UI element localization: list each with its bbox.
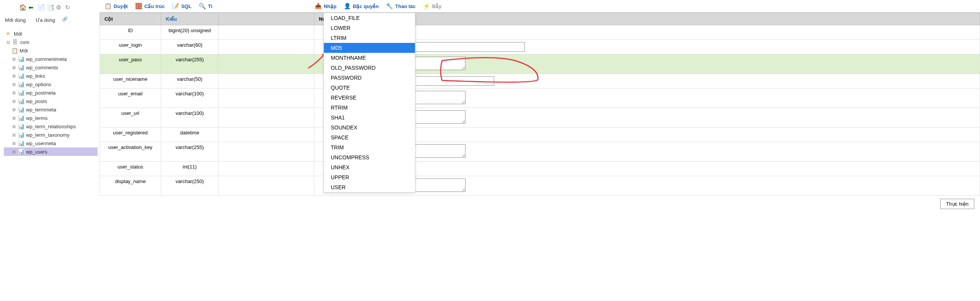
- table-row: user_email varchar(100) thietkewebcvm@gm…: [100, 88, 980, 108]
- dropdown-item-LOWER[interactable]: LOWER: [324, 23, 415, 33]
- table-icon: 📊: [18, 132, 24, 138]
- expand-icon[interactable]: ⊞: [11, 57, 16, 62]
- tab-privileges[interactable]: 👤Đặc quyền: [341, 1, 382, 11]
- dropdown-item-LTRIM[interactable]: LTRIM: [324, 33, 415, 43]
- tab-search[interactable]: 🔍Tì: [196, 1, 216, 11]
- dropdown-item-USER[interactable]: USER: [324, 182, 415, 192]
- th-type[interactable]: Kiểu: [161, 13, 219, 25]
- cell-type: datetime: [161, 128, 219, 142]
- tree-table-wp_posts[interactable]: ⊞ 📊 wp_posts: [4, 97, 98, 105]
- tab-import[interactable]: 📥Nhập: [312, 1, 340, 11]
- tab-structure[interactable]: 🧱Cấu trúc: [132, 1, 168, 11]
- dropdown-item-SOUNDEX[interactable]: SOUNDEX: [324, 123, 415, 133]
- sidebar-tab-favorite[interactable]: Ưa dùng: [33, 16, 58, 24]
- expand-icon[interactable]: ⊞: [11, 82, 16, 87]
- dropdown-item-SPACE[interactable]: SPACE: [324, 133, 415, 142]
- cell-type: varchar(50): [161, 74, 219, 88]
- cell-value: [333, 40, 980, 54]
- expand-icon[interactable]: ⊞: [11, 74, 16, 79]
- dropdown-item-UNCOMPRESS[interactable]: UNCOMPRESS: [324, 152, 415, 162]
- table-row: user_url varchar(100) http://localhost:8…: [100, 108, 980, 128]
- triggers-icon: ⚡: [423, 3, 430, 10]
- gear-icon[interactable]: ⚙: [56, 4, 63, 11]
- content-area: Cột Kiểu Null Giá trị ID bigint(20) unsi…: [100, 13, 980, 212]
- dropdown-item-LOAD_FILE[interactable]: LOAD_FILE: [324, 13, 415, 23]
- cell-value: cvmadmin: [333, 176, 980, 196]
- tab-browse[interactable]: 📋Duyệt: [101, 1, 131, 11]
- table-icon: 📊: [18, 56, 24, 62]
- submit-row: Thực hiện: [100, 196, 980, 212]
- tree-table-wp_terms[interactable]: ⊞ 📊 wp_terms: [4, 114, 98, 122]
- tree-db-new[interactable]: 📋 Mới: [4, 46, 98, 55]
- cell-function: [219, 88, 314, 108]
- dropdown-item-UPPER[interactable]: UPPER: [324, 172, 415, 182]
- dropdown-item-OLD_PASSWORD[interactable]: OLD_PASSWORD: [324, 63, 415, 73]
- tree-table-wp_termmeta[interactable]: ⊞ 📊 wp_termmeta: [4, 105, 98, 114]
- dropdown-item-RTRIM[interactable]: RTRIM: [324, 103, 415, 113]
- expand-icon[interactable]: ⊞: [11, 65, 16, 70]
- exit-icon[interactable]: ⬅: [28, 4, 35, 11]
- sql-icon[interactable]: 📄: [38, 4, 44, 11]
- dropdown-item-MD5[interactable]: MD5: [324, 43, 415, 53]
- link-icon[interactable]: 🔗: [62, 16, 68, 24]
- dropdown-item-UNHEX[interactable]: UNHEX: [324, 162, 415, 172]
- sidebar-tabs: Mới dùng Ưa dùng 🔗: [2, 15, 98, 26]
- expand-icon[interactable]: ⊞: [11, 124, 16, 129]
- cell-column: display_name: [100, 176, 161, 196]
- tree-table-wp_term_relationships[interactable]: ⊞ 📊 wp_term_relationships: [4, 122, 98, 131]
- table-row: user_pass varchar(255) @Matkhaucuaban202…: [100, 54, 980, 74]
- search-icon: 🔍: [199, 3, 206, 10]
- dropdown-item-MONTHNAME[interactable]: MONTHNAME: [324, 53, 415, 63]
- cell-function: [219, 40, 314, 54]
- th-value: Giá trị: [333, 13, 980, 25]
- docs-icon[interactable]: 📑: [47, 4, 54, 11]
- sidebar-tab-recent[interactable]: Mới dùng: [2, 16, 29, 24]
- dropdown-item-REVERSE[interactable]: REVERSE: [324, 93, 415, 103]
- expand-icon[interactable]: ⊞: [11, 133, 16, 137]
- home-icon[interactable]: 🏠: [19, 4, 26, 11]
- tree-table-wp_usermeta[interactable]: ⊞ 📊 wp_usermeta: [4, 139, 98, 147]
- refresh-icon[interactable]: ↻: [65, 4, 72, 11]
- dropdown-item-SHA1[interactable]: SHA1: [324, 113, 415, 123]
- cell-column: user_nicename: [100, 74, 161, 88]
- dropdown-item-PASSWORD[interactable]: PASSWORD: [324, 73, 415, 83]
- import-icon: 📥: [315, 3, 322, 10]
- expand-icon[interactable]: ⊞: [11, 149, 16, 154]
- tree-table-wp_users[interactable]: ⊞ 📊 wp_users: [4, 147, 98, 156]
- expand-icon[interactable]: ⊞: [11, 99, 16, 104]
- cell-type: int(11): [161, 162, 219, 176]
- expand-icon[interactable]: ⊞: [11, 90, 16, 95]
- tree-table-wp_links[interactable]: ⊞ 📊 wp_links: [4, 72, 98, 80]
- sidebar-toolbar: 🏠 ⬅ 📄 📑 ⚙ ↻: [2, 2, 98, 15]
- tab-triggers[interactable]: ⚡Bẫy: [420, 1, 445, 11]
- tree-table-wp_term_taxonomy[interactable]: ⊞ 📊 wp_term_taxonomy: [4, 131, 98, 139]
- expand-icon[interactable]: ⊞: [11, 116, 16, 121]
- table-row: display_name varchar(250) cvmadmin: [100, 176, 980, 196]
- dropdown-item-QUOTE[interactable]: QUOTE: [324, 83, 415, 93]
- cell-value: http://localhost:8888/cvm: [333, 108, 980, 128]
- function-dropdown[interactable]: LOAD_FILELOWERLTRIMMD5MONTHNAMEOLD_PASSW…: [323, 13, 415, 193]
- main-content: 📋Duyệt 🧱Cấu trúc 📝SQL 🔍Tì 📥Nhập 👤Đặc quy…: [100, 0, 980, 301]
- tree-table-wp_options[interactable]: ⊞ 📊 wp_options: [4, 80, 98, 88]
- database-icon: 🗄: [12, 39, 18, 45]
- table-icon: 📊: [18, 81, 24, 87]
- cell-column: user_pass: [100, 54, 161, 74]
- tree-new[interactable]: ✳ Mới: [4, 29, 98, 38]
- tab-operations[interactable]: 🔧Thao tác: [383, 1, 418, 11]
- table-icon: 📊: [18, 140, 24, 146]
- expand-icon[interactable]: ⊞: [11, 107, 16, 112]
- tree-table-wp_comments[interactable]: ⊞ 📊 wp_comments: [4, 63, 98, 72]
- expand-icon[interactable]: ⊞: [11, 141, 16, 146]
- table-icon: 📊: [18, 106, 24, 113]
- execute-button[interactable]: Thực hiện: [940, 199, 974, 209]
- tab-sql[interactable]: 📝SQL: [169, 1, 194, 11]
- tree-table-wp_postmeta[interactable]: ⊞ 📊 wp_postmeta: [4, 88, 98, 97]
- cell-column: user_status: [100, 162, 161, 176]
- collapse-icon[interactable]: ⊟: [6, 40, 10, 45]
- cell-value: [333, 74, 980, 88]
- tree-db-cvm[interactable]: ⊟ 🗄 cvm: [4, 38, 98, 46]
- dropdown-item-TRIM[interactable]: TRIM: [324, 142, 415, 152]
- tree-table-wp_commentmeta[interactable]: ⊞ 📊 wp_commentmeta: [4, 55, 98, 63]
- table-row: ID bigint(20) unsigned: [100, 25, 980, 40]
- main-tabs: 📋Duyệt 🧱Cấu trúc 📝SQL 🔍Tì 📥Nhập 👤Đặc quy…: [100, 0, 980, 13]
